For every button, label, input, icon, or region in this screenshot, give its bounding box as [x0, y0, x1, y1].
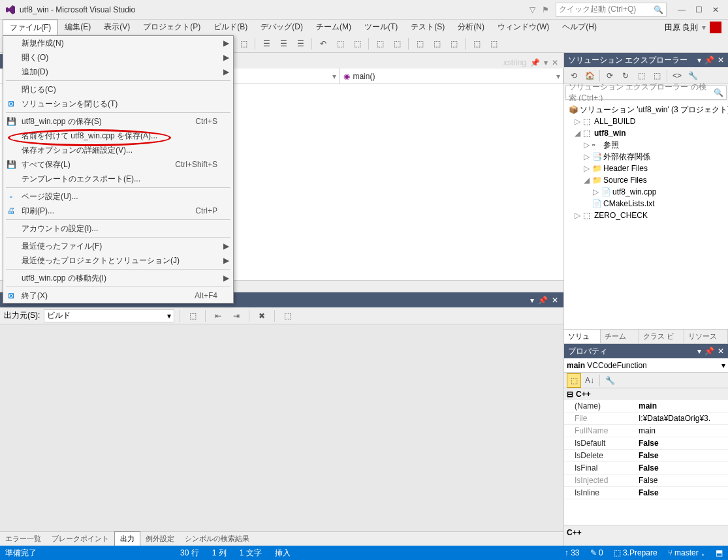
prop-pin-icon[interactable]: 📌 — [704, 347, 714, 356]
sol-dropdown-icon[interactable]: ▾ — [697, 55, 701, 65]
prop-az-icon[interactable]: A↓ — [582, 373, 597, 388]
property-row[interactable]: FullNamemain — [564, 425, 728, 437]
menu-item[interactable]: ヘルプ(H) — [556, 20, 603, 35]
tb-icon-5[interactable]: ↶ — [316, 37, 330, 51]
tb-icon-7[interactable]: ⬚ — [350, 37, 364, 51]
tree-node[interactable]: ◢📁Source Files — [565, 174, 727, 186]
tb-icon-12[interactable]: ⬚ — [447, 37, 461, 51]
file-menu-item[interactable]: ▫ページ設定(U)... — [3, 189, 233, 204]
sol-home-icon[interactable]: 🏠 — [582, 69, 597, 83]
output-tab[interactable]: ブレークポイント — [46, 532, 114, 546]
menu-item[interactable]: ビルド(B) — [207, 20, 254, 35]
menu-item[interactable]: 表示(V) — [97, 20, 136, 35]
output-tab[interactable]: エラー一覧 — [0, 532, 46, 546]
property-row[interactable]: IsFinalFalse — [564, 462, 728, 474]
status-up[interactable]: ↑ 33 — [565, 548, 580, 557]
output-tab[interactable]: シンボルの検索結果 — [180, 532, 255, 546]
menu-item[interactable]: デバッグ(D) — [254, 20, 309, 35]
panel-dropdown-icon[interactable]: ▾ — [530, 296, 534, 305]
close-tab-icon[interactable]: ✕ — [552, 58, 558, 67]
file-menu-item[interactable]: 名前を付けて utf8_win.cpp を保存(A)... — [3, 129, 233, 143]
output-tab[interactable]: 例外設定 — [140, 532, 180, 546]
user-name[interactable]: 田原 良則 — [665, 22, 698, 33]
tree-node[interactable]: 📦ソリューション 'utf8_win' (3 プロジェクト) — [565, 104, 727, 116]
tree-node[interactable]: ▷📄utf8_win.cpp — [565, 186, 727, 198]
notifications-icon[interactable]: ▽ — [530, 5, 535, 14]
close-button[interactable]: ✕ — [708, 3, 723, 17]
tree-node[interactable]: ▷📑外部依存関係 — [565, 151, 727, 163]
file-menu-item[interactable]: 最近使ったファイル(F)▶ — [3, 239, 233, 253]
file-menu-item[interactable]: テンプレートのエクスポート(E)... — [3, 172, 233, 186]
out-icon-2[interactable]: ⇤ — [211, 309, 225, 323]
sol-refresh-icon[interactable]: ↻ — [618, 69, 633, 83]
tb-icon-2[interactable]: ☰ — [259, 37, 274, 51]
property-row[interactable]: IsInlineFalse — [564, 487, 728, 499]
tree-node[interactable]: ▷▫参照 — [565, 139, 727, 151]
tb-icon-9[interactable]: ⬚ — [390, 37, 404, 51]
tb-icon-14[interactable]: ⬚ — [486, 37, 501, 51]
file-menu-item[interactable]: 保存オプションの詳細設定(V)... — [3, 143, 233, 157]
prop-category[interactable]: ⊟C++ — [564, 388, 728, 400]
tb-icon-11[interactable]: ⬚ — [430, 37, 444, 51]
file-menu-item[interactable]: 🖨印刷(P)...Ctrl+P — [3, 204, 233, 218]
solution-tree[interactable]: 📦ソリューション 'utf8_win' (3 プロジェクト)▷⬚ALL_BUIL… — [564, 101, 728, 329]
prop-cat-icon[interactable]: ⬚ — [567, 373, 581, 388]
out-icon-1[interactable]: ⬚ — [185, 309, 200, 323]
doc-menu-icon[interactable]: ▾ — [544, 58, 548, 67]
file-menu-item[interactable]: 最近使ったプロジェクトとソリューション(J)▶ — [3, 253, 233, 268]
status-publish-icon[interactable]: ⬒ — [716, 548, 723, 557]
file-menu-item[interactable]: 💾すべて保存(L)Ctrl+Shift+S — [3, 157, 233, 172]
menu-item[interactable]: ツール(T) — [358, 20, 404, 35]
sol-sync-icon[interactable]: ⟳ — [603, 69, 617, 83]
menu-item[interactable]: ファイル(F) — [3, 20, 58, 35]
sol-code-icon[interactable]: <> — [670, 69, 684, 83]
menu-item[interactable]: チーム(M) — [309, 20, 358, 35]
tb-icon-4[interactable]: ☰ — [293, 37, 308, 51]
solution-search-input[interactable]: ソリューション エクスプローラー の検索 (Ctrl+:) 🔍 — [565, 86, 727, 100]
right-panel-tab[interactable]: リソース ビ... — [684, 330, 728, 343]
prop-dropdown-icon[interactable]: ▾ — [697, 347, 701, 356]
panel-close-icon[interactable]: ✕ — [552, 296, 558, 305]
sol-showall-icon[interactable]: ⬚ — [634, 69, 648, 83]
file-menu-item[interactable]: 開く(O)▶ — [3, 50, 233, 65]
maximize-button[interactable]: ☐ — [691, 3, 706, 17]
tb-icon-1[interactable]: ⬚ — [236, 37, 251, 51]
out-icon-3[interactable]: ⇥ — [229, 309, 244, 323]
tb-icon-8[interactable]: ⬚ — [373, 37, 387, 51]
property-row[interactable]: FileI:¥Data¥DataOrig¥3. — [564, 412, 728, 425]
sol-collapse-icon[interactable]: ⬚ — [650, 69, 664, 83]
status-branch[interactable]: ⑂ master ▴ — [668, 548, 705, 557]
tb-icon-6[interactable]: ⬚ — [333, 37, 347, 51]
tb-icon-13[interactable]: ⬚ — [469, 37, 484, 51]
out-icon-5[interactable]: ⬚ — [280, 309, 294, 323]
tree-node[interactable]: ▷⬚ALL_BUILD — [565, 116, 727, 127]
menu-item[interactable]: 分析(N) — [451, 20, 491, 35]
tb-icon-3[interactable]: ☰ — [276, 37, 291, 51]
menu-item[interactable]: 編集(E) — [58, 20, 97, 35]
scope-right[interactable]: ◉main() — [340, 69, 563, 84]
right-panel-tab[interactable]: ソリュー... — [564, 330, 601, 343]
tree-node[interactable]: 📄CMakeLists.txt — [565, 198, 727, 210]
tree-node[interactable]: ◢⬚utf8_win — [565, 127, 727, 139]
property-row[interactable]: IsDefaultFalse — [564, 437, 728, 450]
prop-wrench-icon[interactable]: 🔧 — [603, 373, 617, 388]
property-row[interactable]: IsDeleteFalse — [564, 450, 728, 462]
output-body[interactable] — [0, 324, 563, 531]
prop-close-icon[interactable]: ✕ — [718, 347, 724, 356]
file-menu-item[interactable]: アカウントの設定(I)... — [3, 221, 233, 236]
properties-object-combo[interactable]: main VCCodeFunction ▾ — [564, 358, 728, 373]
menu-item[interactable]: プロジェクト(P) — [136, 20, 207, 35]
right-panel-tab[interactable]: クラス ビュー — [639, 330, 684, 343]
property-row[interactable]: IsInjectedFalse — [564, 474, 728, 487]
out-icon-4[interactable]: ✖ — [255, 309, 269, 323]
file-menu-item[interactable]: 💾utf8_win.cpp の保存(S)Ctrl+S — [3, 114, 233, 129]
file-menu-item[interactable]: 追加(D)▶ — [3, 65, 233, 79]
tree-node[interactable]: ▷⬚ZERO_CHECK — [565, 210, 727, 221]
file-menu-item[interactable]: 新規作成(N)▶ — [3, 36, 233, 50]
sol-back-icon[interactable]: ⟲ — [567, 69, 581, 83]
status-prep[interactable]: ⬚ 3.Prepare — [614, 548, 657, 557]
panel-pin-icon[interactable]: 📌 — [538, 296, 548, 305]
sol-close-icon[interactable]: ✕ — [718, 55, 724, 65]
tb-icon-10[interactable]: ⬚ — [413, 37, 427, 51]
editor-tab-right[interactable]: xstring — [503, 58, 526, 67]
